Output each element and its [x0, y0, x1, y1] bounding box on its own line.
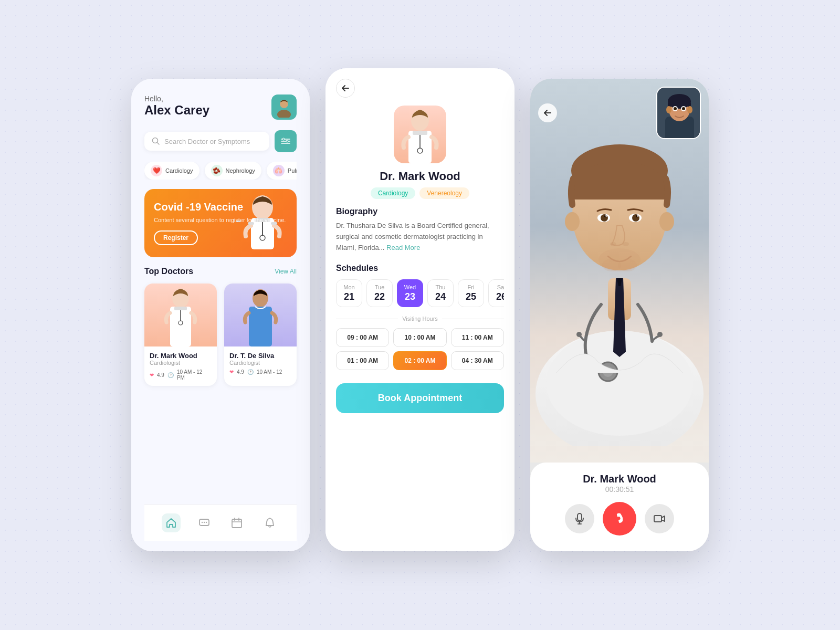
svg-point-59 — [565, 212, 580, 231]
doctor-1-name: Dr. Mark Wood — [150, 352, 212, 360]
category-cardiology[interactable]: ❤️ Cardiology — [144, 162, 200, 180]
nav-calendar[interactable] — [227, 513, 246, 532]
book-appointment-button[interactable]: Book Appointment — [336, 383, 504, 413]
video-main-area — [530, 79, 709, 463]
category-pulmonology[interactable]: 🫁 Pulmonology — [267, 162, 297, 180]
video-camera-icon — [653, 512, 666, 525]
doctor-card-1[interactable]: Dr. Mark Wood Cardiologist ❤ 4.9 🕐 10 AM… — [144, 284, 217, 386]
time-slot-5[interactable]: 02 : 00 AM — [393, 351, 446, 370]
self-video-thumbnail — [656, 87, 701, 139]
filter-button[interactable] — [275, 130, 297, 152]
register-button[interactable]: Register — [154, 230, 198, 245]
day-tue[interactable]: Tue 22 — [366, 279, 393, 307]
hangup-button[interactable] — [603, 502, 636, 536]
time-slot-3[interactable]: 11 : 00 AM — [451, 328, 504, 347]
doctor-tags: Cardiology Venereology — [371, 187, 469, 199]
doctor-card-2[interactable]: Dr. T. De Silva Cardiologist ❤ 4.9 🕐 10 … — [224, 284, 297, 386]
call-controls — [541, 502, 698, 536]
phone-doctor-profile: Dr. Mark Wood Cardiology Venereology Bio… — [326, 68, 514, 551]
visiting-hours-text: Visiting Hours — [402, 316, 438, 322]
time-slot-2[interactable]: 10 : 00 AM — [393, 328, 446, 347]
nephrology-icon: 🫘 — [211, 165, 223, 176]
day-thu[interactable]: Thu 24 — [427, 279, 454, 307]
profile-header — [326, 68, 514, 98]
svg-point-8 — [282, 138, 285, 140]
time-slot-6[interactable]: 04 : 30 AM — [451, 351, 504, 370]
cardiology-icon: ❤️ — [151, 165, 162, 176]
back-button[interactable] — [336, 79, 355, 98]
mute-button[interactable] — [565, 504, 594, 533]
chat-icon — [198, 517, 210, 529]
svg-point-75 — [682, 107, 685, 110]
svg-point-1 — [277, 110, 291, 118]
greeting-text: Hello, — [144, 94, 209, 103]
back-arrow-icon — [341, 85, 350, 92]
doctors-list: Dr. Mark Wood Cardiologist ❤ 4.9 🕐 10 AM… — [144, 284, 297, 386]
category-nephrology[interactable]: 🫘 Nephrology — [205, 162, 261, 180]
svg-point-54 — [610, 242, 616, 246]
biography-section: Biography Dr. Thushara De Silva is a Boa… — [326, 207, 514, 258]
nav-chat[interactable] — [195, 513, 214, 532]
video-back-icon — [543, 109, 552, 117]
filter-icon — [281, 138, 290, 145]
svg-point-63 — [576, 332, 582, 337]
video-back-button[interactable] — [538, 103, 557, 122]
doctor-2-specialty: Cardiologist — [229, 360, 291, 366]
svg-point-64 — [657, 332, 663, 337]
svg-point-52 — [605, 215, 607, 217]
search-bar[interactable]: Search Doctor or Symptoms — [144, 132, 269, 151]
svg-point-53 — [637, 215, 639, 217]
nav-notifications[interactable] — [260, 513, 279, 532]
day-mon[interactable]: Mon 21 — [336, 279, 362, 307]
day-wed[interactable]: Wed 23 — [397, 279, 423, 307]
doctor-2-name: Dr. T. De Silva — [229, 352, 291, 360]
svg-point-26 — [202, 522, 203, 523]
doctor-hero: Dr. Mark Wood Cardiology Venereology — [326, 98, 514, 207]
calendar-icon — [231, 517, 243, 529]
svg-line-4 — [158, 143, 160, 145]
categories-row: ❤️ Cardiology 🫘 Nephrology 🫁 Pulmonology — [144, 162, 297, 180]
time-slot-4[interactable]: 01 : 00 AM — [336, 351, 389, 370]
top-doctors-title: Top Doctors — [144, 267, 193, 276]
day-fri[interactable]: Fri 25 — [458, 279, 484, 307]
svg-rect-35 — [413, 131, 427, 135]
nav-home[interactable] — [162, 513, 181, 532]
visiting-hours-label: Visiting Hours — [336, 316, 504, 322]
time-slot-1[interactable]: 09 : 00 AM — [336, 328, 389, 347]
svg-point-9 — [286, 140, 288, 142]
banner-text-content: Covid -19 Vaccine Content several questi… — [154, 201, 287, 245]
doctor-2-meta: ❤ 4.9 🕐 10 AM - 12 — [229, 369, 291, 375]
svg-rect-20 — [174, 307, 187, 310]
schedules-section: Schedules Mon 21 Tue 22 Wed 23 — [326, 258, 514, 375]
doctor-2-hours: 10 AM - 12 — [257, 369, 282, 375]
video-doctor-info: Dr. Mark Wood 00:30:51 — [541, 473, 698, 494]
svg-point-70 — [666, 106, 671, 113]
view-all-link[interactable]: View All — [275, 268, 297, 275]
svg-point-58 — [618, 259, 637, 271]
home-header: Hello, Alex Carey — [144, 94, 297, 120]
svg-point-55 — [623, 242, 629, 246]
phone-video-call: Dr. Mark Wood 00:30:51 — [530, 79, 709, 551]
banner-description: Content several question to register for… — [154, 216, 287, 224]
bottom-navbar — [144, 505, 297, 541]
profile-doctor-name: Dr. Mark Wood — [380, 170, 460, 183]
greeting-section: Hello, Alex Carey — [144, 94, 209, 118]
phone-home-screen: Hello, Alex Carey — [131, 79, 310, 551]
video-header-bar — [530, 79, 709, 147]
user-avatar[interactable] — [271, 94, 297, 120]
day-sat[interactable]: Sat 26 — [488, 279, 504, 307]
video-toggle-button[interactable] — [645, 504, 674, 533]
doctor-1-image — [144, 284, 217, 346]
doctor-2-image — [224, 284, 297, 346]
svg-point-28 — [206, 522, 207, 523]
svg-point-60 — [659, 212, 674, 231]
user-name: Alex Carey — [144, 103, 209, 118]
top-doctors-header: Top Doctors View All — [144, 267, 297, 276]
doctor-2-rating: 4.9 — [237, 369, 244, 375]
svg-rect-69 — [668, 102, 691, 107]
days-row: Mon 21 Tue 22 Wed 23 Thu 24 — [336, 279, 504, 307]
read-more-link[interactable]: Read More — [386, 244, 420, 251]
doctor-1-rating: 4.9 — [157, 372, 164, 378]
video-doctor-name: Dr. Mark Wood — [541, 473, 698, 485]
schedules-title: Schedules — [336, 264, 504, 273]
